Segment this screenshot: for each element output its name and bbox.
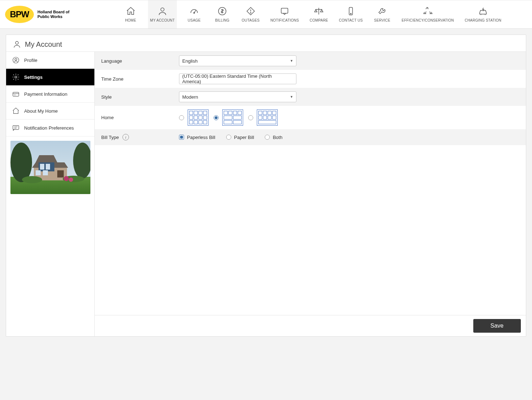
form-footer: Save [95, 315, 526, 336]
wrench-icon [377, 6, 387, 16]
gauge-icon [189, 6, 199, 16]
label-style: Style [101, 94, 179, 100]
nav-charging[interactable]: CHARGING STATION [462, 0, 504, 28]
svg-marker-19 [36, 155, 57, 162]
sidebar-item-settings[interactable]: Settings [6, 69, 94, 86]
outage-icon [246, 6, 256, 16]
person-icon [157, 6, 167, 16]
settings-form: Language English Time Zone (UTC-05:00) E… [95, 52, 526, 336]
svg-point-3 [250, 12, 251, 13]
bill-opt-label: Paperless Bill [187, 135, 215, 140]
page-title: My Account [25, 40, 62, 49]
nav-usage[interactable]: USAGE [183, 0, 205, 28]
nav-service-label: SERVICE [374, 18, 390, 22]
bill-type-both[interactable]: Both [265, 135, 282, 140]
nav-home[interactable]: HOME [120, 0, 142, 28]
layout-thumb-mixed [222, 109, 243, 126]
select-style[interactable]: Modern [179, 91, 296, 102]
bill-type-paper[interactable]: Paper Bill [226, 135, 254, 140]
nav-my-account[interactable]: MY ACCOUNT [148, 0, 177, 28]
save-button[interactable]: Save [473, 319, 521, 333]
nav-compare[interactable]: COMPARE [308, 0, 330, 28]
sidebar-image-wrap [6, 136, 94, 199]
nav-contact-label: CONTACT US [339, 18, 363, 22]
sidebar-item-payment[interactable]: Payment Information [6, 86, 94, 103]
home-layout-option-2[interactable] [214, 109, 243, 126]
select-style-value: Modern [182, 94, 198, 100]
sidebar-item-label: Settings [24, 75, 43, 80]
sidebar-item-label: Notification Preferences [24, 125, 74, 131]
label-home: Home [101, 115, 179, 120]
row-timezone: Time Zone (UTC-05:00) Eastern Standard T… [95, 70, 526, 88]
radio-paper[interactable] [226, 135, 231, 140]
svg-rect-5 [349, 7, 352, 15]
logo[interactable]: BPW Holland Board of Public Works [5, 6, 70, 23]
svg-rect-24 [36, 170, 41, 175]
car-icon [478, 6, 488, 16]
scales-icon [314, 6, 324, 16]
bill-opt-label: Paper Bill [234, 135, 254, 140]
select-language-value: English [182, 58, 198, 64]
sidebar-item-label: Profile [24, 58, 37, 63]
brand-name-line1: Holland Board of [37, 10, 70, 14]
select-language[interactable]: English [179, 55, 296, 66]
svg-point-1 [194, 12, 195, 13]
brand-name: Holland Board of Public Works [37, 10, 70, 19]
svg-point-15 [10, 143, 32, 182]
card-header: My Account [6, 35, 526, 52]
house-icon [12, 107, 20, 115]
gear-icon [12, 73, 20, 81]
logo-text: BPW [10, 9, 29, 19]
svg-rect-12 [13, 126, 19, 130]
nav-contact[interactable]: CONTACT US [337, 0, 365, 28]
input-timezone-value: (UTC-05:00) Eastern Standard Time (North… [182, 73, 287, 84]
sidebar: Profile Settings Payment Information Abo… [6, 52, 95, 336]
svg-rect-4 [281, 8, 288, 13]
nav-notifications[interactable]: NOTIFICATIONS [268, 0, 301, 28]
home-layout-options [179, 109, 278, 126]
nav-service[interactable]: SERVICE [371, 0, 393, 28]
bill-type-paperless[interactable]: Paperless Bill [179, 135, 215, 140]
svg-point-26 [22, 176, 42, 183]
nav-outages[interactable]: OUTAGES [240, 0, 262, 28]
home-icon [126, 6, 136, 16]
layout-thumb-grid [188, 109, 209, 126]
account-card: My Account Profile Settings Payment Info… [6, 35, 526, 337]
label-timezone: Time Zone [101, 76, 179, 82]
radio-both[interactable] [265, 135, 270, 140]
svg-point-7 [15, 41, 18, 44]
nav-efficiency[interactable]: EFFICIENCY/CONSERVATION [399, 0, 456, 28]
dollar-icon [217, 6, 227, 16]
svg-point-10 [15, 76, 17, 78]
row-bill-type: Bill Type i Paperless Bill Paper Bill [95, 129, 526, 145]
home-layout-option-1[interactable] [179, 109, 209, 126]
radio-paperless[interactable] [179, 135, 184, 140]
sidebar-item-about-home[interactable]: About My Home [6, 103, 94, 120]
home-photo [10, 141, 90, 194]
input-timezone[interactable]: (UTC-05:00) Eastern Standard Time (North… [179, 73, 296, 84]
svg-point-0 [161, 8, 164, 11]
info-icon[interactable]: i [122, 134, 129, 140]
bill-type-options: Paperless Bill Paper Bill Both [179, 135, 282, 140]
main-nav: HOME MY ACCOUNT USAGE BILLING OUTAGES NO… [120, 0, 527, 28]
row-language: Language English [95, 52, 526, 70]
label-bill-type-text: Bill Type [101, 135, 119, 140]
radio-home-1[interactable] [179, 115, 184, 120]
nav-billing[interactable]: BILLING [211, 0, 233, 28]
radio-home-3[interactable] [248, 115, 253, 120]
sidebar-item-profile[interactable]: Profile [6, 52, 94, 69]
layout-thumb-rows [257, 109, 278, 126]
brand-name-line2: Public Works [37, 14, 70, 19]
svg-point-9 [15, 58, 17, 60]
page: My Account Profile Settings Payment Info… [0, 29, 532, 400]
row-style: Style Modern [95, 88, 526, 106]
nav-my-account-label: MY ACCOUNT [150, 18, 175, 22]
sidebar-item-notification-prefs[interactable]: Notification Preferences [6, 120, 94, 136]
row-home-layout: Home [95, 106, 526, 129]
svg-point-28 [64, 176, 69, 181]
radio-home-2[interactable] [214, 115, 219, 120]
account-header-icon [13, 40, 21, 49]
profile-icon [12, 56, 20, 64]
label-bill-type: Bill Type i [101, 134, 179, 140]
home-layout-option-3[interactable] [248, 109, 278, 126]
